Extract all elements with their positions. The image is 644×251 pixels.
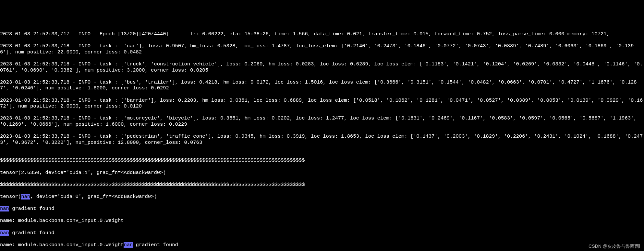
log-task-bus: 2023-01-03 21:52:33,718 - INFO - task : … [0, 79, 644, 91]
nan-gradient-line: nan gradient found [0, 206, 644, 212]
nan-highlight: nan [124, 242, 133, 248]
dollar-separator: $$$$$$$$$$$$$$$$$$$$$$$$$$$$$$$$$$$$$$$$… [0, 157, 644, 164]
log-task-pedestrian: 2023-01-03 21:52:33,718 - INFO - task : … [0, 133, 644, 145]
tensor-cuda0-nan: tensor(nan, device='cuda:0', grad_fn=<Ad… [0, 194, 644, 200]
log-epoch: 2023-01-03 21:52:33,717 - INFO - Epoch [… [0, 31, 644, 37]
csdn-watermark: CSDN @皮皮鲁与鲁西西l [589, 244, 640, 249]
terminal-output: 2023-01-03 21:52:33,717 - INFO - Epoch [… [0, 24, 644, 251]
log-task-barrier: 2023-01-03 21:52:33,718 - INFO - task : … [0, 97, 644, 109]
log-task-truck: 2023-01-03 21:52:33,718 - INFO - task : … [0, 61, 644, 73]
log-task-car: 2023-01-03 21:52:33,718 - INFO - task : … [0, 43, 644, 55]
nan-highlight: nan [21, 194, 30, 200]
tensor-cuda1: tensor(2.6350, device='cuda:1', grad_fn=… [0, 170, 644, 176]
nan-highlight: nan [0, 206, 9, 211]
dollar-separator: $$$$$$$$$$$$$$$$$$$$$$$$$$$$$$$$$$$$$$$$… [0, 182, 644, 188]
param-name: name: module.backbone.conv_input.0.weigh… [0, 218, 644, 224]
log-task-motorcycle: 2023-01-03 21:52:33,718 - INFO - task : … [0, 115, 644, 127]
nan-gradient-line: nan gradient found [0, 230, 644, 236]
param-name-plus-nan: name: module.backbone.conv_input.0.weigh… [0, 242, 644, 248]
nan-highlight: nan [0, 230, 9, 236]
